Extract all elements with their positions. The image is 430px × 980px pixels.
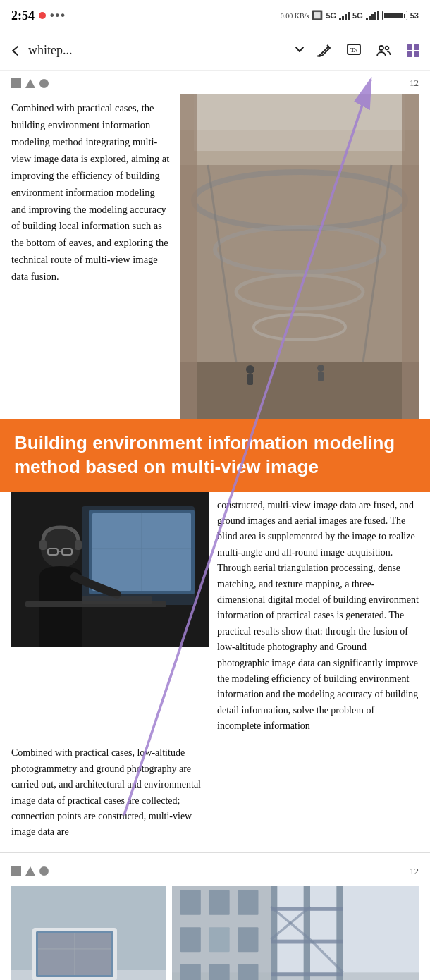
document-title: whitep... bbox=[28, 43, 292, 58]
network-label: 5G bbox=[326, 11, 336, 20]
back-button[interactable] bbox=[8, 44, 23, 58]
page-number-2: 12 bbox=[410, 866, 419, 877]
orange-title-banner: Building environment information modelin… bbox=[0, 419, 430, 492]
svg-rect-39 bbox=[75, 540, 82, 550]
svg-rect-27 bbox=[402, 94, 419, 419]
svg-rect-70 bbox=[209, 890, 230, 914]
building-image-right bbox=[180, 94, 419, 419]
svg-point-24 bbox=[317, 365, 324, 372]
svg-rect-72 bbox=[180, 927, 201, 952]
scaffolding-photo bbox=[172, 886, 419, 980]
pen-tool-icon[interactable] bbox=[316, 42, 333, 59]
time-display: 2:54 bbox=[11, 8, 35, 23]
toolbar-icons: TA bbox=[316, 42, 422, 59]
apps-grid-icon[interactable] bbox=[405, 42, 422, 59]
svg-rect-1 bbox=[317, 55, 321, 57]
network-label-2: 5G bbox=[352, 11, 363, 20]
shape-triangle bbox=[25, 79, 35, 88]
data-icon: 🔲 bbox=[312, 10, 323, 21]
share-icon[interactable] bbox=[375, 42, 392, 59]
svg-rect-9 bbox=[407, 51, 412, 57]
svg-rect-21 bbox=[180, 362, 419, 419]
status-bar: 2:54 ••• 0.00 KB/s 🔲 5G 5G bbox=[0, 0, 430, 31]
status-time-area: 2:54 ••• bbox=[11, 8, 66, 23]
dropdown-button[interactable] bbox=[292, 41, 307, 60]
laptop-construction-photo bbox=[11, 886, 166, 980]
svg-rect-73 bbox=[209, 927, 230, 952]
svg-point-22 bbox=[246, 365, 254, 374]
document-page-1: 12 Combined with practical cases, the bu… bbox=[0, 71, 430, 853]
svg-point-6 bbox=[386, 46, 389, 49]
svg-point-5 bbox=[379, 46, 383, 50]
svg-rect-76 bbox=[209, 964, 230, 980]
svg-rect-26 bbox=[180, 94, 197, 419]
svg-rect-63 bbox=[271, 972, 343, 976]
page-header-2: 12 bbox=[0, 859, 430, 883]
svg-rect-25 bbox=[318, 372, 324, 381]
top-content-area: Combined with practical cases, the build… bbox=[0, 94, 430, 419]
shape-circle bbox=[39, 79, 49, 88]
svg-rect-16 bbox=[180, 94, 419, 130]
shape-triangle-2 bbox=[25, 866, 35, 876]
status-right-area: 0.00 KB/s 🔲 5G 5G 53 bbox=[281, 10, 419, 21]
svg-rect-10 bbox=[414, 51, 419, 57]
svg-rect-71 bbox=[238, 890, 258, 914]
bottom-text-area: Combined with practical cases, low-altit… bbox=[0, 740, 430, 851]
page-header-1: 12 bbox=[0, 71, 430, 94]
banner-title-text: Building environment information modelin… bbox=[14, 431, 416, 479]
building-interior-photo bbox=[180, 94, 419, 419]
battery-icon bbox=[382, 11, 407, 20]
signal-icon-2 bbox=[366, 11, 379, 20]
svg-rect-74 bbox=[238, 927, 258, 952]
more-menu-icon[interactable]: ••• bbox=[50, 9, 66, 22]
svg-rect-62 bbox=[271, 939, 343, 943]
page-2-image-row bbox=[0, 886, 430, 980]
status-dot-icon bbox=[39, 12, 46, 19]
svg-rect-23 bbox=[247, 374, 253, 385]
svg-rect-44 bbox=[82, 596, 152, 604]
shape-circle-2 bbox=[39, 866, 49, 876]
svg-rect-77 bbox=[238, 964, 258, 980]
second-content-area: constructed, multi-view image data are f… bbox=[0, 492, 430, 740]
person-working-photo bbox=[11, 492, 209, 647]
signal-icon bbox=[339, 11, 350, 20]
svg-text:A: A bbox=[354, 48, 357, 53]
battery-percent: 53 bbox=[410, 11, 419, 20]
page-number-1: 12 bbox=[410, 78, 419, 89]
svg-rect-38 bbox=[39, 540, 47, 550]
second-right-paragraph: constructed, multi-view image data are f… bbox=[217, 492, 419, 740]
bottom-left-paragraph: Combined with practical cases, low-altit… bbox=[11, 745, 209, 840]
shape-square bbox=[11, 78, 21, 88]
article-text-left: Combined with practical cases, the build… bbox=[11, 94, 180, 419]
svg-rect-69 bbox=[180, 890, 201, 914]
data-speed: 0.00 KB/s bbox=[281, 12, 309, 20]
shape-square-2 bbox=[11, 866, 21, 876]
text-format-icon[interactable]: TA bbox=[345, 42, 362, 59]
article-paragraph-1: Combined with practical cases, the build… bbox=[11, 94, 172, 291]
svg-point-37 bbox=[41, 529, 80, 568]
document-page-2: 12 bbox=[0, 859, 430, 980]
svg-rect-75 bbox=[180, 964, 201, 980]
svg-rect-59 bbox=[304, 886, 310, 980]
svg-rect-7 bbox=[407, 44, 412, 50]
svg-rect-8 bbox=[414, 44, 419, 50]
nav-bar: whitep... TA bbox=[0, 31, 430, 71]
svg-rect-58 bbox=[271, 886, 277, 980]
